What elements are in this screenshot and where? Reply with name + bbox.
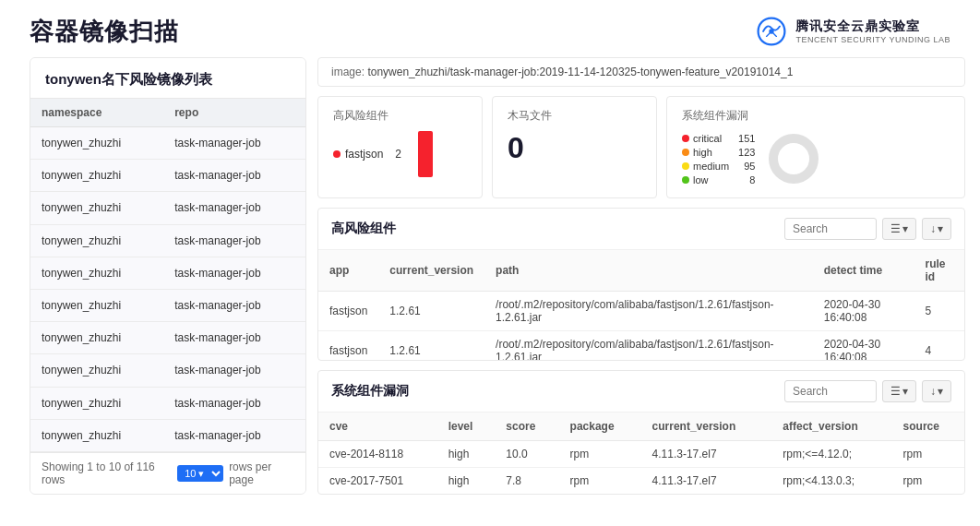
- cell-package: rpm: [559, 468, 641, 495]
- cell-namespace: tonywen_zhuzhi: [30, 354, 163, 387]
- cell-cve: cve-2014-8118: [318, 441, 437, 468]
- cell-namespace: tonywen_zhuzhi: [30, 257, 163, 289]
- col-namespace: namespace: [30, 99, 163, 127]
- cell-source: rpm: [892, 495, 964, 496]
- cell-detect-time: 2020-04-30 16:40:08: [813, 292, 914, 331]
- legend-dot: [682, 176, 689, 184]
- cell-app: fastjson: [318, 292, 378, 331]
- high-risk-section: 高风险组件 ☰ ▾ ↓ ▾: [317, 208, 965, 361]
- donut-chart: [766, 131, 821, 186]
- table-row[interactable]: tonywen_zhuzhitask-manager-job: [30, 289, 305, 321]
- high-risk-download-btn[interactable]: ↓ ▾: [922, 218, 951, 240]
- cell-affect-version: rpm;<=4.12.0;: [771, 441, 891, 468]
- cell-repo: task-manager-job: [163, 160, 305, 192]
- cell-level: high: [437, 441, 496, 468]
- vuln-col-current-version: current_version: [641, 412, 772, 441]
- cell-current-version: 4.11.3-17.el7: [641, 441, 772, 468]
- table-row[interactable]: tonywen_zhuzhitask-manager-job: [30, 322, 305, 354]
- left-panel-title: tonywen名下风险镜像列表: [30, 58, 305, 99]
- vuln-search-input[interactable]: [784, 380, 877, 402]
- stat-card-vuln: 系统组件漏洞 critical 151 high 123 medium 95 l…: [666, 96, 965, 198]
- cell-repo: task-manager-job: [163, 419, 305, 451]
- cell-namespace: tonywen_zhuzhi: [30, 322, 163, 354]
- col-app: app: [318, 250, 378, 292]
- page-wrapper: 容器镜像扫描 腾讯安全云鼎实验室 TENCENT SECURITY YUNDIN…: [0, 0, 980, 526]
- cell-repo: task-manager-job: [163, 127, 305, 160]
- table-row[interactable]: tonywen_zhuzhitask-manager-job: [30, 387, 305, 419]
- cell-repo: task-manager-job: [163, 192, 305, 224]
- cell-namespace: tonywen_zhuzhi: [30, 160, 163, 192]
- cell-current-version: 4.11.3-17.el7: [641, 468, 772, 495]
- vuln-download-btn[interactable]: ↓ ▾: [922, 380, 951, 402]
- table-row[interactable]: tonywen_zhuzhitask-manager-job: [30, 224, 305, 257]
- table-row: fastjson 1.2.61 /root/.m2/repository/com…: [318, 292, 964, 331]
- vuln-download-chevron: ▾: [938, 385, 943, 398]
- cell-repo: task-manager-job: [163, 224, 305, 257]
- cell-score: 7.5: [495, 495, 558, 496]
- cell-namespace: tonywen_zhuzhi: [30, 127, 163, 160]
- logo-text: 腾讯安全云鼎实验室 TENCENT SECURITY YUNDING LAB: [795, 18, 950, 44]
- col-rule-id: rule id: [914, 250, 964, 292]
- vuln-section-header: 系统组件漏洞 ☰ ▾ ↓ ▾: [318, 371, 964, 412]
- legend-item: medium 95: [682, 161, 755, 172]
- high-risk-section-title: 高风险组件: [331, 221, 396, 237]
- cell-affect-version: pcre;<=8.38;: [771, 495, 891, 496]
- image-bar: image: tonywen_zhuzhi/task-manager-job:2…: [317, 57, 965, 87]
- left-panel: tonywen名下风险镜像列表 namespace repo tonywen_z…: [30, 57, 306, 495]
- trojan-count: 0: [508, 131, 524, 165]
- page-title: 容器镜像扫描: [30, 16, 179, 48]
- col-version: current_version: [378, 250, 484, 292]
- vuln-download-icon: ↓: [930, 385, 936, 398]
- fastjson-label: fastjson: [345, 148, 383, 161]
- cell-path: /root/.m2/repository/com/alibaba/fastjso…: [484, 292, 813, 331]
- image-label: image:: [331, 66, 365, 78]
- cell-repo: task-manager-job: [163, 289, 305, 321]
- logo-icon: [755, 15, 788, 48]
- cell-score: 7.8: [495, 468, 558, 495]
- per-page-select[interactable]: 10 ▾: [177, 465, 223, 482]
- dot-red: [333, 150, 341, 158]
- logo-cn: 腾讯安全云鼎实验室: [795, 18, 920, 35]
- legend-item: low 8: [682, 174, 755, 185]
- legend-value: 8: [738, 174, 755, 185]
- legend-item: critical 151: [682, 133, 755, 144]
- donut-wrapper: critical 151 high 123 medium 95 low 8: [682, 131, 950, 186]
- cell-version: 1.2.61: [378, 292, 484, 331]
- showing-text-left: Showing 1 to 10 of 116 rows: [42, 460, 172, 486]
- table-row[interactable]: tonywen_zhuzhitask-manager-job: [30, 419, 305, 451]
- fastjson-item: fastjson 2: [333, 148, 401, 161]
- high-risk-filter-btn[interactable]: ☰ ▾: [882, 218, 916, 240]
- vuln-filter-chevron: ▾: [902, 385, 908, 398]
- header: 容器镜像扫描 腾讯安全云鼎实验室 TENCENT SECURITY YUNDIN…: [0, 0, 980, 57]
- table-row[interactable]: tonywen_zhuzhitask-manager-job: [30, 354, 305, 387]
- vuln-section-title: 系统组件漏洞: [331, 383, 409, 400]
- table-row[interactable]: tonywen_zhuzhitask-manager-job: [30, 257, 305, 289]
- cell-repo: task-manager-job: [163, 322, 305, 354]
- cell-version: 1.2.61: [378, 331, 484, 362]
- high-risk-section-controls: ☰ ▾ ↓ ▾: [784, 218, 951, 240]
- filter-chevron: ▾: [902, 222, 908, 235]
- vuln-filter-btn[interactable]: ☰ ▾: [882, 380, 916, 402]
- cell-namespace: tonywen_zhuzhi: [30, 387, 163, 419]
- vuln-col-source: source: [892, 412, 964, 441]
- table-row[interactable]: tonywen_zhuzhitask-manager-job: [30, 127, 305, 160]
- table-row[interactable]: tonywen_zhuzhitask-manager-job: [30, 160, 305, 192]
- logo-en: TENCENT SECURITY YUNDING LAB: [795, 35, 950, 44]
- legend-dot: [682, 135, 689, 142]
- cell-cve: cve-2017-7501: [318, 468, 437, 495]
- col-path: path: [484, 250, 813, 292]
- cell-package: pcre: [559, 495, 641, 496]
- cell-repo: task-manager-job: [163, 257, 305, 289]
- stat-card-high-risk-body: fastjson 2: [333, 131, 467, 177]
- cell-path: /root/.m2/repository/com/alibaba/fastjso…: [484, 331, 813, 362]
- cell-package: rpm: [559, 441, 641, 468]
- legend-label: low: [693, 174, 709, 185]
- vuln-col-cve: cve: [318, 412, 437, 441]
- cell-namespace: tonywen_zhuzhi: [30, 289, 163, 321]
- col-repo: repo: [163, 99, 305, 127]
- high-risk-bar: [418, 131, 433, 177]
- high-risk-search-input[interactable]: [784, 218, 877, 240]
- cell-rule-id: 5: [914, 292, 964, 331]
- cell-namespace: tonywen_zhuzhi: [30, 224, 163, 257]
- table-row[interactable]: tonywen_zhuzhitask-manager-job: [30, 192, 305, 224]
